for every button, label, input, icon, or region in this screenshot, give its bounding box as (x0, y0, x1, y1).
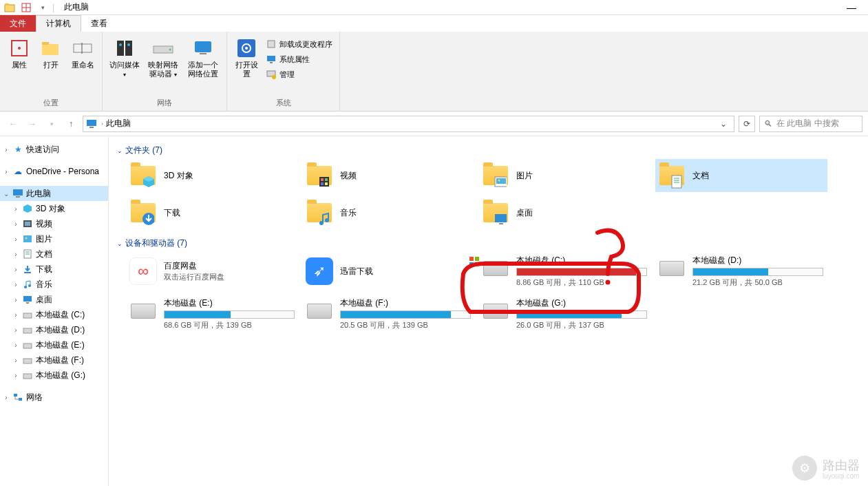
drive-name: 本地磁盘 (C:) (516, 255, 648, 266)
qat-dropdown-icon[interactable]: ▾ (36, 1, 50, 14)
app-shortcut[interactable]: ➶迅雷下载 (303, 252, 475, 290)
drive-icon (482, 297, 509, 325)
folder-item[interactable]: 3D 对象 (127, 159, 299, 192)
drive-item[interactable]: 本地磁盘 (G:)26.0 GB 可用，共 137 GB (479, 295, 651, 333)
svg-rect-30 (16, 196, 20, 198)
manage-icon (266, 69, 277, 80)
tree-item[interactable]: ›桌面 (0, 292, 108, 307)
svg-rect-33 (25, 222, 30, 226)
recent-dropdown[interactable]: ▾ (44, 116, 59, 131)
tree-item[interactable]: ›本地磁盘 (G:) (0, 368, 108, 383)
svg-rect-34 (23, 235, 32, 242)
tree-item[interactable]: ›本地磁盘 (C:) (0, 307, 108, 322)
drive-icon (482, 255, 509, 282)
drive-usage-bar (516, 310, 647, 319)
gear-icon (235, 37, 257, 59)
drive-usage-bar (340, 310, 471, 319)
map-drive-button[interactable]: 映射网络驱动器 ▾ (144, 36, 182, 81)
titlebar: ▾ | 此电脑 — (0, 0, 868, 15)
svg-rect-49 (14, 394, 17, 397)
folder-item[interactable]: 音乐 (303, 196, 475, 229)
svg-rect-44 (23, 313, 32, 318)
monitor-globe-icon (192, 37, 214, 59)
folder-item[interactable]: 下载 (127, 196, 299, 229)
tree-item[interactable]: ›下载 (0, 262, 108, 277)
drive-item[interactable]: 本地磁盘 (F:)20.5 GB 可用，共 139 GB (303, 295, 475, 333)
tab-view[interactable]: 查看 (81, 15, 117, 32)
section-folders-header[interactable]: ⌄文件夹 (7) (117, 142, 860, 159)
svg-rect-7 (42, 44, 59, 55)
access-media-button[interactable]: 访问媒体 ▾ (107, 36, 142, 81)
folder-label: 图片 (516, 170, 533, 182)
tree-item[interactable]: ›视频 (0, 216, 108, 231)
tree-network[interactable]: ›网络 (0, 390, 108, 405)
tree-item[interactable]: ›本地磁盘 (E:) (0, 337, 108, 352)
folder-item[interactable]: 文档 (655, 159, 827, 192)
drive-usage-bar (164, 310, 295, 319)
tree-item[interactable]: ›本地磁盘 (F:) (0, 352, 108, 368)
address-dropdown[interactable]: ⌄ (716, 119, 731, 129)
drive-item[interactable]: 本地磁盘 (C:)8.86 GB 可用，共 110 GB (479, 252, 651, 290)
properties-button[interactable]: 属性 (4, 36, 34, 71)
tree-node-icon (22, 218, 33, 229)
ribbon: 属性 打开 重命名 位置 访问媒体 ▾ 映射网络驱动器 ▾ (0, 32, 868, 112)
minimize-button[interactable]: — (843, 1, 860, 14)
thispc-icon (12, 188, 23, 199)
app-shortcut[interactable]: ∞百度网盘双击运行百度网盘 (127, 252, 299, 290)
refresh-button[interactable]: ⟳ (739, 116, 755, 132)
tree-item[interactable]: ›本地磁盘 (D:) (0, 322, 108, 337)
folder-icon (306, 200, 333, 226)
search-box[interactable]: 🔍︎ 在 此电脑 中搜索 (759, 116, 862, 132)
tab-computer[interactable]: 计算机 (36, 15, 81, 32)
svg-rect-22 (268, 41, 275, 47)
folder-item[interactable]: 桌面 (479, 196, 651, 229)
app-icon: ➶ (306, 257, 333, 285)
drive-usage-bar (692, 268, 823, 276)
ribbon-group-label: 系统 (231, 96, 335, 111)
add-network-location-button[interactable]: 添加一个网络位置 (184, 36, 222, 80)
media-stack-icon (114, 37, 136, 59)
tree-node-icon (22, 309, 33, 320)
tree-node-icon (22, 279, 33, 290)
ribbon-tabs: 文件 计算机 查看 (0, 15, 868, 32)
system-properties-button[interactable]: 系统属性 (266, 52, 332, 66)
tree-thispc[interactable]: ⌄此电脑 (0, 186, 108, 201)
drive-item[interactable]: 本地磁盘 (E:)68.6 GB 可用，共 139 GB (127, 295, 299, 333)
tree-item[interactable]: ›3D 对象 (0, 201, 108, 216)
qat-properties-icon[interactable] (19, 1, 33, 14)
drive-item[interactable]: 本地磁盘 (D:)21.2 GB 可用，共 50.0 GB (655, 252, 827, 290)
folder-label: 文档 (692, 170, 709, 182)
svg-rect-23 (267, 56, 275, 61)
open-button[interactable]: 打开 (36, 36, 66, 71)
tree-item[interactable]: ›文档 (0, 246, 108, 262)
svg-rect-11 (117, 41, 124, 56)
back-button[interactable]: ← (6, 116, 21, 131)
breadcrumb-root[interactable]: 此电脑 (106, 118, 131, 129)
svg-rect-45 (23, 328, 32, 333)
svg-rect-8 (42, 42, 49, 45)
tree-item[interactable]: ›音乐 (0, 277, 108, 292)
tree-quick-access[interactable]: ›★快速访问 (0, 142, 108, 157)
tab-file[interactable]: 文件 (0, 15, 36, 32)
section-devices-header[interactable]: ⌄设备和驱动器 (7) (117, 235, 860, 252)
rename-button[interactable]: 重命名 (67, 36, 98, 71)
tree-item[interactable]: ›图片 (0, 231, 108, 246)
up-button[interactable]: ↑ (63, 116, 78, 131)
app-sub: 双击运行百度网盘 (164, 272, 224, 282)
qat-explorer-icon[interactable] (3, 1, 17, 14)
ribbon-group-label: 位置 (4, 96, 98, 111)
folder-item[interactable]: 视频 (303, 159, 475, 192)
folder-label: 视频 (340, 170, 357, 182)
svg-marker-31 (23, 204, 32, 213)
uninstall-programs-button[interactable]: 卸载或更改程序 (266, 37, 332, 51)
address-bar[interactable]: › 此电脑 ⌄ (83, 116, 734, 132)
cloud-icon: ☁ (12, 166, 23, 177)
svg-rect-18 (200, 53, 207, 54)
folder-item[interactable]: 图片 (479, 159, 651, 192)
tree-node-icon (22, 324, 33, 335)
forward-button[interactable]: → (25, 116, 40, 131)
manage-button[interactable]: 管理 (266, 67, 332, 81)
open-settings-button[interactable]: 打开设置 (231, 36, 262, 80)
svg-rect-58 (321, 182, 324, 185)
tree-onedrive[interactable]: ›☁OneDrive - Persona (0, 164, 108, 179)
